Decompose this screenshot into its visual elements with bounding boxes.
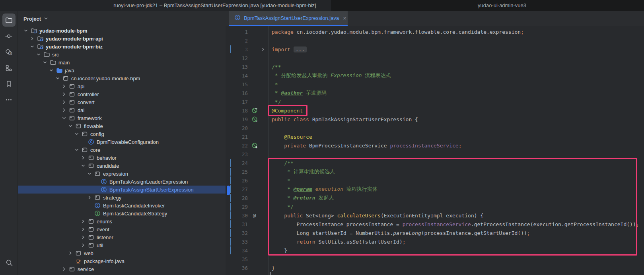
tree-item-api[interactable]: api	[18, 82, 226, 90]
spring-dep-gutter-icon[interactable]	[250, 142, 259, 149]
chevron-right-icon[interactable]	[80, 155, 86, 161]
line-number[interactable]: 14	[226, 73, 248, 79]
commit-icon[interactable]	[2, 29, 16, 43]
chevron-right-icon[interactable]	[80, 219, 86, 225]
line-number[interactable]: 31	[226, 221, 248, 227]
code-line-23[interactable]: 23	[226, 150, 644, 159]
code-line-29[interactable]: 29 */	[226, 202, 644, 211]
code-line-22[interactable]: 22 private BpmProcessInstanceService pro…	[226, 141, 644, 150]
code-area[interactable]: 1package cn.iocoder.yudao.module.bpm.fra…	[226, 26, 644, 275]
chevron-right-icon[interactable]	[29, 36, 35, 42]
chevron-down-icon[interactable]	[61, 115, 67, 121]
tree-item-java[interactable]: java	[18, 66, 226, 74]
line-number[interactable]: 36	[226, 265, 248, 271]
line-number[interactable]: 30	[226, 213, 248, 219]
line-number[interactable]: 2	[226, 38, 248, 44]
code-line-31[interactable]: 31 ProcessInstance processInstance = pro…	[226, 220, 644, 229]
code-line-21[interactable]: 21 @Resource	[226, 132, 644, 141]
fold-arrow-icon[interactable]	[259, 47, 266, 51]
tree-item-main[interactable]: main	[18, 58, 226, 66]
line-number[interactable]: 17	[226, 99, 248, 105]
code-line-28[interactable]: 28 * @return 发起人	[226, 194, 644, 202]
chevron-right-icon[interactable]	[67, 250, 73, 256]
chevron-right-icon[interactable]	[80, 227, 86, 232]
project-scrollbar-marker[interactable]	[227, 186, 230, 195]
project-folder-icon[interactable]	[2, 14, 16, 27]
chevron-right-icon[interactable]	[61, 83, 67, 89]
line-number[interactable]: 28	[226, 195, 248, 201]
code-line-34[interactable]: 34 }	[226, 246, 644, 255]
tree-item-cn-iocoder-yudao-module-bpm[interactable]: cn.iocoder.yudao.module.bpm	[18, 74, 226, 82]
code-line-36[interactable]: 36}	[226, 263, 644, 272]
line-number[interactable]: 26	[226, 178, 248, 184]
tree-item-bpmtaskassignleaderexpression[interactable]: CBpmTaskAssignLeaderExpression	[18, 178, 226, 186]
tree-item-enums[interactable]: enums	[18, 217, 226, 225]
tree-item-flowable[interactable]: flowable	[18, 122, 226, 130]
line-number[interactable]: 23	[226, 151, 248, 157]
chevron-down-icon[interactable]	[42, 60, 48, 66]
more-icon[interactable]	[2, 93, 16, 106]
code-line-3[interactable]: 3import ...	[226, 45, 644, 54]
line-number[interactable]: 12	[226, 55, 248, 61]
tree-item-yudao-module-bpm-api[interactable]: yudao-module-bpm-api	[18, 35, 226, 43]
code-line-26[interactable]: 26 *	[226, 176, 644, 185]
project-panel-header[interactable]: Project	[18, 11, 226, 26]
line-number[interactable]: 15	[226, 81, 248, 87]
tree-item-expression[interactable]: expression	[18, 170, 226, 178]
tree-item-behavior[interactable]: behavior	[18, 154, 226, 162]
line-number[interactable]: 18	[226, 108, 248, 114]
structure-icon[interactable]	[2, 61, 16, 74]
code-line-32[interactable]: 32 Long startUserId = NumberUtils.parseL…	[226, 229, 644, 237]
tree-item-bpmtaskassignstartuserexpression[interactable]: CBpmTaskAssignStartUserExpression	[18, 186, 226, 194]
chevron-right-icon[interactable]	[61, 107, 67, 113]
chevron-right-icon[interactable]	[61, 99, 67, 105]
code-line-25[interactable]: 25 * 计算审批的候选人	[226, 167, 644, 176]
tree-item-bpmtaskcandidateinvoker[interactable]: CBpmTaskCandidateInvoker	[18, 201, 226, 209]
code-line-18[interactable]: 18@Component	[226, 106, 644, 115]
code-line-19[interactable]: 19public class BpmTaskAssignStartUserExp…	[226, 115, 644, 124]
line-number[interactable]: 20	[226, 125, 248, 131]
code-line-24[interactable]: 24 /**	[226, 159, 644, 167]
line-number[interactable]: 25	[226, 169, 248, 175]
tree-item-core[interactable]: core	[18, 146, 226, 154]
tree-item-bpmflowableconfiguration[interactable]: CBpmFlowableConfiguration	[18, 138, 226, 146]
tree-item-event[interactable]: event	[18, 225, 226, 233]
line-number[interactable]: 19	[226, 116, 248, 122]
line-number[interactable]: 3	[226, 46, 248, 52]
code-line-15[interactable]: 15 *	[226, 80, 644, 89]
tree-item-yudao-module-bpm-biz[interactable]: yudao-module-bpm-biz	[18, 43, 226, 50]
tree-item-dal[interactable]: dal	[18, 106, 226, 114]
tree-item-controller[interactable]: controller	[18, 90, 226, 98]
tree-item-framework[interactable]: framework	[18, 114, 226, 122]
code-line-30[interactable]: 30@ public Set<Long> calculateUsers(Exec…	[226, 211, 644, 220]
code-line-16[interactable]: 16 * @author 芋道源码	[226, 89, 644, 97]
tree-item-service[interactable]: service	[18, 265, 226, 273]
chevron-down-icon[interactable]	[80, 163, 86, 169]
line-number[interactable]: 33	[226, 239, 248, 245]
tree-item-strategy[interactable]: strategy	[18, 194, 226, 201]
chevron-right-icon[interactable]	[86, 195, 92, 201]
chevron-right-icon[interactable]	[80, 234, 86, 240]
tree-item-src[interactable]: src	[18, 50, 226, 58]
chevron-down-icon[interactable]	[74, 147, 80, 153]
tree-item-web[interactable]: web	[18, 249, 226, 257]
code-line-2[interactable]: 2	[226, 36, 644, 45]
chevron-down-icon[interactable]	[67, 123, 73, 129]
tree-item-convert[interactable]: convert	[18, 98, 226, 106]
code-line-1[interactable]: 1package cn.iocoder.yudao.module.bpm.fra…	[226, 27, 644, 36]
code-line-33[interactable]: 33 return SetUtils.asSet(startUserId);	[226, 237, 644, 246]
chevron-down-icon[interactable]	[48, 68, 54, 74]
tree-item-package-info-java[interactable]: package-info.java	[18, 257, 226, 265]
tree-item-util[interactable]: util	[18, 241, 226, 249]
code-line-35[interactable]: 35	[226, 255, 644, 263]
tree-item-bpmtaskcandidatestrategy[interactable]: IBpmTaskCandidateStrategy	[18, 209, 226, 217]
tree-item-listener[interactable]: listener	[18, 233, 226, 241]
line-number[interactable]: 1	[226, 29, 248, 35]
tree-item-candidate[interactable]: candidate	[18, 162, 226, 170]
chevron-down-icon[interactable]	[35, 52, 41, 58]
code-line-13[interactable]: 13/**	[226, 62, 644, 71]
line-number[interactable]: 21	[226, 134, 248, 140]
chevron-right-icon[interactable]	[80, 242, 86, 248]
annotated-marker-icon[interactable]: @	[250, 212, 259, 219]
tree-item-yudao-module-bpm[interactable]: yudao-module-bpm	[18, 27, 226, 35]
